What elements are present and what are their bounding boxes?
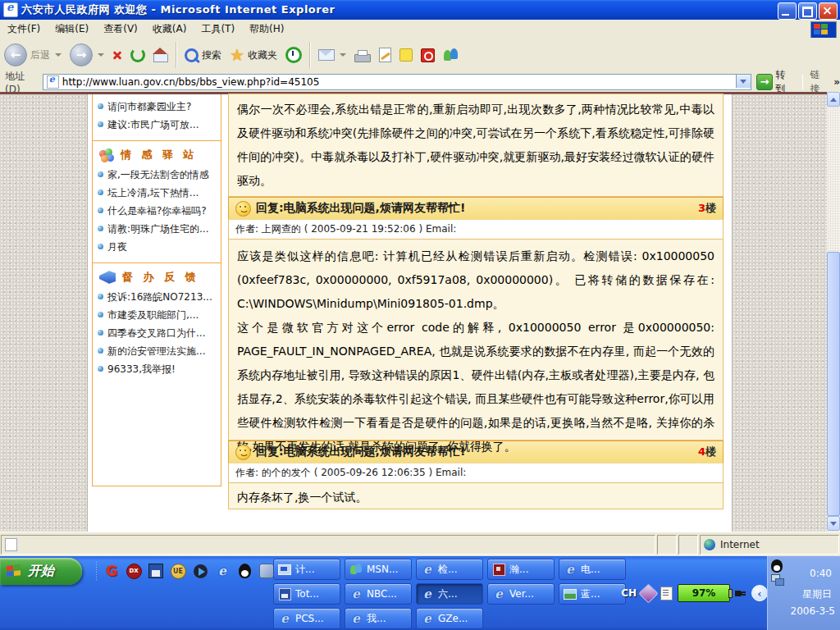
mail-icon [318, 49, 335, 61]
sidebar-link[interactable]: 投诉:16路皖NO7213... [93, 288, 221, 306]
flashget-icon[interactable]: G [103, 563, 120, 579]
sidebar-link[interactable]: 请问市都豪园业主? [93, 98, 221, 116]
taskbar-button-computer[interactable]: 计... [273, 559, 340, 580]
sidebar-link[interactable]: 市建委及职能部门,... [93, 306, 221, 324]
total-commander-icon[interactable] [148, 563, 164, 579]
reply-title: 回复:电脑系统出现问题,烦请网友帮帮忙! [256, 201, 693, 216]
network-tray-icon[interactable] [771, 574, 784, 586]
menu-favorites[interactable]: 收藏(A) [145, 20, 194, 39]
internet-explorer-icon[interactable]: e [214, 563, 231, 579]
back-button[interactable]: ← 后退 [0, 42, 66, 68]
refresh-button[interactable] [126, 46, 149, 64]
language-indicator[interactable]: CH [621, 587, 637, 599]
sidebar-link-label: 坛上冷清,坛下热情... [107, 186, 199, 199]
red-disc-icon[interactable]: DX [126, 563, 142, 579]
scroll-down-button[interactable] [827, 516, 840, 531]
taskbar-button-app[interactable]: 瀚... [487, 559, 555, 580]
ultraedit-icon[interactable]: UE [170, 563, 186, 579]
start-label: 开始 [28, 563, 54, 580]
sidebar-link[interactable]: 什么是幸福?你幸福吗? [93, 202, 221, 220]
stop-button[interactable] [108, 48, 126, 62]
links-chevron-icon[interactable]: » [833, 76, 840, 88]
input-method-icon[interactable] [638, 583, 658, 603]
battery-indicator[interactable]: 97% [678, 584, 730, 602]
sidebar-link[interactable]: 新的治安管理法实施... [93, 342, 221, 360]
status-main-cell [1, 535, 655, 555]
tray-collapse-button[interactable]: ‹ [751, 585, 768, 601]
sidebar-link[interactable]: 四季春交叉路口为什... [93, 324, 221, 342]
reply-header: 回复:电脑系统出现问题,烦请网友帮帮忙! 4楼 [228, 441, 724, 463]
forum-thread: 偶尔一次不必理会,系统出错是正常的,重新启动即可,出现次数多了,两种情况比较常见… [228, 94, 724, 509]
taskbar-button-msn[interactable]: MSN... [345, 559, 412, 580]
sidebar-section-feedback: 督 办 反 馈 投诉:16路皖NO7213... 市建委及职能部门,... 四季… [93, 263, 221, 385]
address-dropdown-button[interactable] [736, 75, 751, 88]
chevron-down-icon [830, 522, 837, 526]
favorites-button[interactable]: ★ 收藏夹 [226, 46, 281, 64]
sidebar-link[interactable]: 坛上冷清,坛下热情... [93, 184, 221, 202]
restore-button[interactable] [798, 2, 817, 20]
address-url[interactable]: http://www.luan.gov.cn/bbs/bbs_view.php?… [62, 76, 320, 88]
media-player-icon[interactable] [192, 563, 208, 579]
search-label: 搜索 [202, 48, 221, 62]
menu-tools[interactable]: 工具(T) [194, 20, 242, 39]
taskbar-button-ie[interactable]: e电... [559, 559, 626, 580]
task-label: 电... [581, 563, 600, 577]
notepad-tray-icon[interactable] [660, 587, 673, 600]
address-label: 地址(D) [5, 70, 38, 95]
home-button[interactable] [149, 47, 172, 64]
sidebar-link[interactable]: 月夜 [93, 238, 221, 256]
scrollbar-thumb[interactable] [827, 252, 840, 516]
address-input[interactable]: http://www.luan.gov.cn/bbs/bbs_view.php?… [43, 74, 751, 90]
back-dropdown-icon[interactable] [55, 53, 62, 57]
sidebar-link[interactable]: 家,一段无法割舍的情感 [93, 166, 221, 184]
qq-icon[interactable] [236, 563, 253, 579]
red-app-button[interactable] [417, 47, 439, 64]
taskbar-button-ie[interactable]: ePCS... [273, 608, 340, 629]
menu-view[interactable]: 查看(V) [96, 20, 145, 39]
vertical-scrollbar[interactable] [827, 92, 840, 532]
taskbar-button-picture[interactable]: 蓝... [559, 583, 626, 605]
sidebar-link-label: 四季春交叉路口为什... [107, 326, 205, 340]
history-button[interactable] [281, 45, 306, 65]
power-plug-icon[interactable] [735, 588, 746, 598]
menu-file[interactable]: 文件(F) [0, 20, 48, 39]
reply-title: 回复:电脑系统出现问题,烦请网友帮帮忙! [256, 445, 693, 459]
mail-button[interactable] [314, 48, 350, 62]
taskbar-button-ie[interactable]: eVer... [487, 583, 555, 605]
mail-dropdown-icon[interactable] [340, 53, 346, 57]
taskbar-button-ie[interactable]: eNBC... [345, 583, 412, 605]
clock-time[interactable]: 0:40 [810, 568, 832, 579]
taskbar-button-ie[interactable]: eGZe... [416, 608, 483, 629]
taskbar: 开始 G DX UE e 计... MSN... e检... 瀚... e电..… [0, 556, 840, 630]
taskbar-button-luan-active[interactable]: e六... [416, 583, 483, 605]
browser-viewport: 请问市都豪园业主? 建议:市民广场可放... 情 感 驿 站 家,一段无法割舍的… [0, 92, 840, 532]
sidebar-link-label: 新的治安管理法实施... [107, 345, 205, 358]
forward-dropdown-icon[interactable] [98, 53, 104, 57]
toolbar-grip-icon[interactable] [95, 561, 98, 581]
scroll-up-button[interactable] [827, 92, 840, 107]
minimize-button[interactable] [778, 2, 797, 20]
smiley-icon [235, 445, 251, 460]
qq-tray-icon[interactable] [771, 559, 783, 573]
sidebar-link[interactable]: 96333,我举报! [93, 360, 221, 378]
forward-button[interactable]: → [66, 42, 108, 68]
windows-app-icon[interactable] [258, 563, 275, 579]
sidebar-link[interactable]: 请教:明珠广场住宅的... [93, 220, 221, 238]
bullet-icon [98, 103, 103, 109]
messenger-button[interactable] [439, 47, 463, 63]
sidebar-link-label: 家,一段无法割舍的情感 [107, 168, 209, 181]
notes-button[interactable] [395, 47, 417, 63]
taskbar-button-ie[interactable]: e检... [416, 559, 483, 580]
print-button[interactable] [350, 46, 375, 64]
taskbar-button-ie[interactable]: e我... [345, 608, 412, 629]
page-right-margin [732, 92, 828, 532]
start-button[interactable]: 开始 [0, 558, 82, 585]
search-button[interactable]: 搜索 [180, 47, 226, 64]
close-button[interactable] [819, 2, 838, 20]
taskbar-button-totalcmd[interactable]: Tot... [273, 583, 340, 605]
sidebar-link[interactable]: 建议:市民广场可放... [93, 116, 221, 134]
edit-button[interactable] [375, 46, 395, 64]
internet-explorer-icon: e [423, 562, 431, 577]
menu-help[interactable]: 帮助(H) [242, 20, 291, 39]
menu-edit[interactable]: 编辑(E) [48, 20, 96, 39]
